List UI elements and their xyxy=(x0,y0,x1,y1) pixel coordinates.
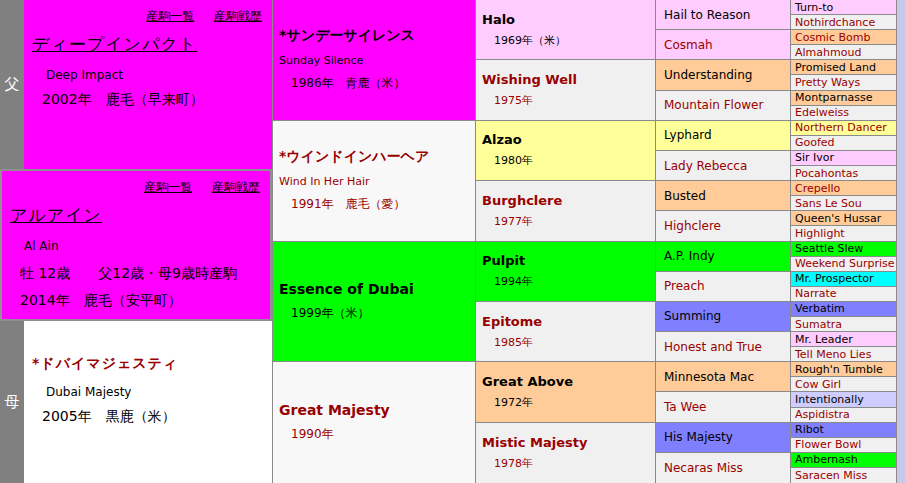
mother-block: 母 *ドバイマジェスティ Dubai Majesty 2005年 黒鹿（米） xyxy=(0,321,272,483)
subject-column: 父 産駒一覧 産駒戦歴 ディープインパクト Deep Impact 2002年 … xyxy=(0,0,272,483)
horse-name: Epitome xyxy=(482,314,655,329)
gen3-column: Halo1969年（米）Wishing Well1975年Alzao1980年B… xyxy=(475,0,655,483)
horse-name: Ambernash xyxy=(795,453,896,466)
gen4-cell-14: His Majesty xyxy=(656,423,790,453)
pedigree-table: 父 産駒一覧 産駒戦歴 ディープインパクト Deep Impact 2002年 … xyxy=(0,0,897,483)
gen5-cell-29: Flower Bowl xyxy=(791,438,896,453)
horse-name: Necaras Miss xyxy=(664,461,790,475)
gen5-cell-18: Mr. Prospector xyxy=(791,272,896,287)
subject-links: 産駒一覧 産駒戦歴 xyxy=(2,171,270,196)
horse-name: Verbatim xyxy=(795,302,896,315)
gen4-column: Hail to ReasonCosmahUnderstandingMountai… xyxy=(655,0,790,483)
offspring-record-link[interactable]: 産駒戦歴 xyxy=(214,9,262,23)
horse-year: 1975年 xyxy=(482,93,655,108)
gen5-cell-10: Sir Ivor xyxy=(791,151,896,166)
gen2-cell-3: Great Majesty1990年 xyxy=(273,362,475,483)
father-links: 産駒一覧 産駒戦歴 xyxy=(24,0,272,25)
gen4-cell-3: Mountain Flower xyxy=(656,91,790,121)
gen5-cell-6: Montparnasse xyxy=(791,91,896,106)
father-name-en: Deep Impact xyxy=(46,68,272,82)
offspring-list-link[interactable]: 産駒一覧 xyxy=(144,180,192,194)
gen5-cell-24: Rough'n Tumble xyxy=(791,362,896,377)
horse-year: 1994年 xyxy=(482,274,655,289)
horse-name: Northern Dancer xyxy=(795,121,896,134)
horse-name: Almahmoud xyxy=(795,46,896,59)
gen4-cell-6: Busted xyxy=(656,181,790,211)
horse-name: Weekend Surprise xyxy=(795,257,896,270)
horse-name: His Majesty xyxy=(664,430,790,444)
horse-year: 1977年 xyxy=(482,214,655,229)
gen5-cell-20: Verbatim xyxy=(791,302,896,317)
horse-year: 1972年 xyxy=(482,395,655,410)
horse-name: Halo xyxy=(482,12,655,27)
gen4-cell-10: Summing xyxy=(656,302,790,332)
gen5-cell-8: Northern Dancer xyxy=(791,121,896,136)
gen3-cell-5: Epitome1985年 xyxy=(476,302,655,362)
horse-name: Goofed xyxy=(795,136,896,149)
horse-en: Wind In Her Hair xyxy=(279,175,475,188)
horse-year: 1969年（米） xyxy=(482,33,655,48)
gen5-cell-28: Ribot xyxy=(791,423,896,438)
gen2-cell-0: *サンデーサイレンスSunday Silence1986年 青鹿（米） xyxy=(273,0,475,121)
gen5-cell-7: Edelweiss xyxy=(791,106,896,121)
gen5-cell-15: Highlight xyxy=(791,226,896,241)
gen4-cell-0: Hail to Reason xyxy=(656,0,790,30)
father-name-link[interactable]: ディープインパクト xyxy=(32,33,197,56)
gen5-cell-25: Cow Girl xyxy=(791,377,896,392)
father-block: 父 産駒一覧 産駒戦歴 ディープインパクト Deep Impact 2002年 … xyxy=(0,0,272,169)
gen5-cell-23: Tell Meno Lies xyxy=(791,347,896,362)
gen5-cell-26: Intentionally xyxy=(791,392,896,407)
gen5-cell-17: Weekend Surprise xyxy=(791,257,896,272)
offspring-record-link[interactable]: 産駒戦歴 xyxy=(212,180,260,194)
gen3-cell-2: Alzao1980年 xyxy=(476,121,655,181)
gen5-cell-31: Saracen Miss xyxy=(791,468,896,483)
horse-name: Rough'n Tumble xyxy=(795,363,896,376)
gen4-cell-12: Minnesota Mac xyxy=(656,362,790,392)
horse-name: Mr. Leader xyxy=(795,333,896,346)
horse-name: Tell Meno Lies xyxy=(795,348,896,361)
horse-name: Pretty Ways xyxy=(795,76,896,89)
horse-name: Nothirdchance xyxy=(795,16,896,29)
horse-name: Summing xyxy=(664,309,790,323)
gen4-cell-13: Ta Wee xyxy=(656,392,790,422)
gen4-cell-1: Cosmah xyxy=(656,30,790,60)
mother-label: 母 xyxy=(5,393,20,412)
gen3-cell-0: Halo1969年（米） xyxy=(476,0,655,60)
gen4-cell-5: Lady Rebecca xyxy=(656,151,790,181)
horse-name: *ウインドインハーヘア xyxy=(279,148,475,166)
horse-name: Minnesota Mac xyxy=(664,370,790,384)
horse-year: 1986年 青鹿（米） xyxy=(279,75,475,92)
horse-name: Cosmic Bomb xyxy=(795,31,896,44)
horse-name: Pulpit xyxy=(482,253,655,268)
horse-name: Pocahontas xyxy=(795,167,896,180)
horse-name: A.P. Indy xyxy=(664,249,790,263)
horse-name: Queen's Hussar xyxy=(795,212,896,225)
gen5-cell-16: Seattle Slew xyxy=(791,242,896,257)
father-label: 父 xyxy=(5,75,20,94)
horse-name: Crepello xyxy=(795,182,896,195)
gen4-cell-11: Honest and True xyxy=(656,332,790,362)
gen2-column: *サンデーサイレンスSunday Silence1986年 青鹿（米）*ウインド… xyxy=(272,0,475,483)
subject-name-link[interactable]: アルアイン xyxy=(10,204,102,227)
gen5-cell-27: Aspidistra xyxy=(791,408,896,423)
horse-name: Highclere xyxy=(664,219,790,233)
father-cell: 産駒一覧 産駒戦歴 ディープインパクト Deep Impact 2002年 鹿毛… xyxy=(24,0,272,169)
horse-name: Cow Girl xyxy=(795,378,896,391)
gen5-cell-0: Turn-to xyxy=(791,0,896,15)
subject-info: 2014年 鹿毛（安平町） xyxy=(20,292,270,310)
gen3-cell-7: Mistic Majesty1978年 xyxy=(476,423,655,483)
horse-name: Alzao xyxy=(482,132,655,147)
offspring-list-link[interactable]: 産駒一覧 xyxy=(146,9,194,23)
gen5-cell-14: Queen's Hussar xyxy=(791,211,896,226)
gen5-cell-12: Crepello xyxy=(791,181,896,196)
horse-year: 1980年 xyxy=(482,153,655,168)
gen5-cell-2: Cosmic Bomb xyxy=(791,30,896,45)
father-strip: 父 xyxy=(0,0,24,169)
horse-name: Highlight xyxy=(795,227,896,240)
horse-name: Hail to Reason xyxy=(664,8,790,22)
gen4-cell-2: Understanding xyxy=(656,60,790,90)
gen3-cell-4: Pulpit1994年 xyxy=(476,242,655,302)
subject-name-en: Al Ain xyxy=(24,239,270,253)
horse-name: Flower Bowl xyxy=(795,438,896,451)
gen5-column: Turn-toNothirdchanceCosmic BombAlmahmoud… xyxy=(790,0,897,483)
